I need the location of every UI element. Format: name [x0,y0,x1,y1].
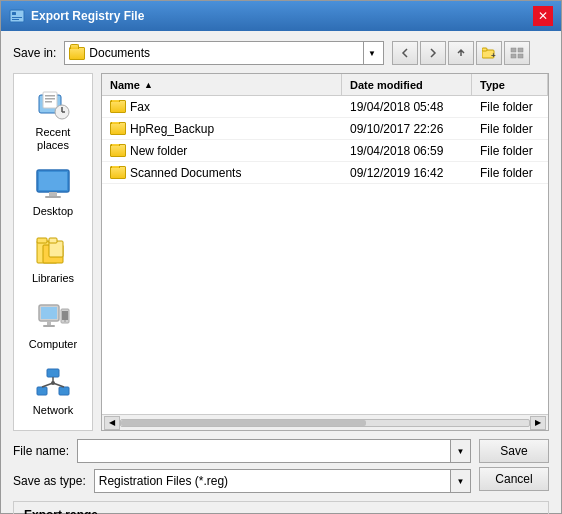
file-date-cell: 19/04/2018 06:59 [342,144,472,158]
file-type-cell: File folder [472,166,548,180]
form-fields: File name: ▼ Save as type: Registration … [13,439,471,493]
title-bar-left: Export Registry File [9,8,144,24]
save-type-label: Save as type: [13,474,86,488]
back-button[interactable] [392,41,418,65]
save-type-value: Registration Files (*.reg) [95,470,450,492]
svg-text:+: + [491,51,496,59]
svg-rect-35 [47,369,59,377]
folder-icon [110,166,126,179]
dialog-body: Save in: Documents ▼ [1,31,561,514]
forward-button[interactable] [420,41,446,65]
file-name-cell: HpReg_Backup [102,122,342,136]
scroll-left-arrow[interactable]: ◀ [104,416,120,430]
file-name-combo[interactable]: ▼ [77,439,471,463]
svg-rect-33 [62,311,68,320]
file-name-input[interactable] [78,440,450,462]
column-header-type[interactable]: Type [472,74,548,95]
file-date-cell: 19/04/2018 05:48 [342,100,472,114]
table-row[interactable]: New folder 19/04/2018 06:59 File folder [102,140,548,162]
svg-rect-7 [511,48,516,52]
sidebar-item-desktop-label: Desktop [33,205,73,218]
views-button[interactable] [504,41,530,65]
save-in-label: Save in: [13,46,56,60]
svg-rect-8 [518,48,523,52]
file-list-body[interactable]: Fax 19/04/2018 05:48 File folder HpReg_B… [102,96,548,414]
svg-rect-36 [37,387,47,395]
file-name-cell: Scanned Documents [102,166,342,180]
desktop-icon [35,166,71,202]
table-row[interactable]: Fax 19/04/2018 05:48 File folder [102,96,548,118]
action-buttons: Save Cancel [479,439,549,491]
dialog-window: Export Registry File ✕ Save in: Document… [0,0,562,514]
scroll-track[interactable] [120,419,530,427]
save-in-dropdown-arrow[interactable]: ▼ [363,42,379,64]
svg-rect-24 [37,238,47,243]
svg-rect-22 [45,196,61,198]
svg-rect-31 [43,325,55,327]
svg-rect-21 [49,192,57,196]
network-icon [35,365,71,401]
file-type-cell: File folder [472,100,548,114]
svg-rect-29 [41,307,57,319]
sidebar-item-computer-label: Computer [29,338,77,351]
column-header-name[interactable]: Name ▲ [102,74,342,95]
file-name-row: File name: ▼ [13,439,471,463]
up-button[interactable] [448,41,474,65]
sidebar-item-network[interactable]: Network [18,360,88,422]
svg-rect-14 [45,98,55,100]
file-type-cell: File folder [472,144,548,158]
form-area: File name: ▼ Save as type: Registration … [13,439,549,493]
sidebar-item-desktop[interactable]: Desktop [18,161,88,223]
svg-rect-13 [45,95,55,97]
left-panel: Recent places Desktop [13,73,93,431]
close-button[interactable]: ✕ [533,6,553,26]
file-date-cell: 09/10/2017 22:26 [342,122,472,136]
svg-rect-1 [12,12,16,15]
table-row[interactable]: Scanned Documents 09/12/2019 16:42 File … [102,162,548,184]
svg-rect-37 [59,387,69,395]
folder-icon [110,144,126,157]
scroll-thumb[interactable] [121,420,366,426]
save-type-row: Save as type: Registration Files (*.reg)… [13,469,471,493]
horizontal-scrollbar[interactable]: ◀ ▶ [102,414,548,430]
save-button[interactable]: Save [479,439,549,463]
folder-icon [69,47,85,60]
save-type-combo[interactable]: Registration Files (*.reg) ▼ [94,469,471,493]
new-folder-button[interactable]: + [476,41,502,65]
file-type-cell: File folder [472,122,548,136]
svg-point-34 [64,320,66,322]
dialog-icon [9,8,25,24]
svg-rect-20 [39,172,67,190]
main-area: Recent places Desktop [13,73,549,431]
svg-rect-12 [43,92,57,108]
svg-rect-9 [511,54,516,58]
column-header-date[interactable]: Date modified [342,74,472,95]
svg-rect-3 [12,19,19,20]
file-name-dropdown[interactable]: ▼ [450,440,470,462]
save-in-row: Save in: Documents ▼ [13,41,549,65]
svg-rect-5 [482,48,487,51]
scroll-right-arrow[interactable]: ▶ [530,416,546,430]
export-range-section: Export range All Selected branch [13,501,549,514]
file-list-header: Name ▲ Date modified Type [102,74,548,96]
save-in-combo[interactable]: Documents ▼ [64,41,384,65]
folder-icon [110,100,126,113]
sidebar-item-network-label: Network [33,404,73,417]
sidebar-item-libraries[interactable]: Libraries [18,228,88,290]
sidebar-item-computer[interactable]: Computer [18,294,88,356]
sidebar-item-recent-label: Recent places [23,126,83,152]
cancel-button[interactable]: Cancel [479,467,549,491]
file-date-cell: 09/12/2019 16:42 [342,166,472,180]
file-name-label: File name: [13,444,69,458]
file-name-cell: New folder [102,144,342,158]
svg-rect-2 [12,17,22,18]
sidebar-item-libraries-label: Libraries [32,272,74,285]
sidebar-item-recent[interactable]: Recent places [18,82,88,157]
save-in-combo-text: Documents [69,46,363,60]
file-list-panel: Name ▲ Date modified Type Fax 19/04/2018… [101,73,549,431]
table-row[interactable]: HpReg_Backup 09/10/2017 22:26 File folde… [102,118,548,140]
svg-rect-10 [518,54,523,58]
file-name-cell: Fax [102,100,342,114]
dialog-title: Export Registry File [31,9,144,23]
save-type-dropdown[interactable]: ▼ [450,470,470,492]
